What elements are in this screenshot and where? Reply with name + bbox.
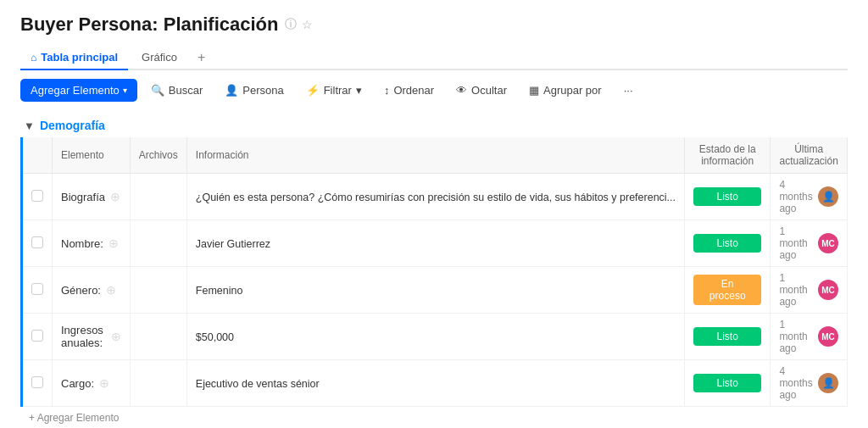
update-wrap: 1 month agoMC (779, 272, 838, 308)
info-text: $50,000 (196, 331, 234, 343)
cell-update: 4 months ago👤 (771, 174, 848, 220)
tab-chart[interactable]: Gráfico (131, 46, 187, 70)
add-element-label: Agregar Elemento (31, 84, 120, 97)
cell-update: 1 month agoMC (771, 267, 848, 314)
update-text: 1 month ago (779, 319, 813, 354)
status-badge[interactable]: Listo (693, 187, 761, 206)
update-text: 4 months ago (779, 179, 813, 214)
avatar: MC (818, 326, 838, 347)
cell-checkbox[interactable] (22, 314, 53, 360)
table-row: Nombre:⊕Javier GutierrezListo1 month ago… (22, 220, 848, 267)
tab-add-button[interactable]: + (191, 47, 212, 69)
update-wrap: 4 months ago👤 (779, 365, 838, 401)
order-button[interactable]: ↕ Ordenar (376, 80, 442, 101)
info-text: ¿Quién es esta persona? ¿Cómo resumirías… (196, 192, 676, 203)
order-icon: ↕ (384, 84, 390, 97)
add-icon[interactable]: ⊕ (99, 376, 109, 390)
status-badge[interactable]: Listo (693, 374, 761, 392)
tab-chart-label: Gráfico (142, 51, 177, 64)
order-label: Ordenar (393, 84, 434, 97)
th-status-demo: Estado de la información (685, 137, 771, 174)
update-text: 1 month ago (779, 225, 813, 261)
section-header-demografia: ▼ Demografía (20, 119, 848, 132)
cell-files (130, 220, 186, 267)
info-icon[interactable]: ⓘ (285, 17, 297, 32)
status-badge[interactable]: Listo (693, 327, 761, 346)
table-row: Género:⊕FemeninoEn proceso1 month agoMC (22, 267, 848, 314)
page-container: Buyer Persona: Planificación ⓘ ☆ ⌂ Tabla… (0, 0, 868, 428)
cell-element: Nombre:⊕ (53, 220, 131, 267)
cell-info: Ejecutivo de ventas sénior (186, 360, 684, 407)
element-name: Cargo: (61, 377, 94, 390)
header-icons: ⓘ ☆ (285, 17, 313, 32)
cell-info: $50,000 (186, 314, 684, 360)
more-button[interactable]: ··· (615, 80, 642, 101)
add-row-demografia[interactable]: + Agregar Elemento (20, 407, 848, 428)
add-icon[interactable]: ⊕ (110, 190, 120, 203)
element-wrap: Nombre:⊕ (61, 236, 121, 250)
page-title: Buyer Persona: Planificación (20, 14, 278, 36)
filter-button[interactable]: ⚡ Filtrar ▾ (298, 80, 370, 101)
table-row: Ingresos anuales:⊕$50,000Listo1 month ag… (22, 314, 848, 360)
cell-element: Biografía⊕ (53, 174, 131, 220)
toolbar: Agregar Elemento ▾ 🔍 Buscar 👤 Persona ⚡ … (20, 79, 848, 102)
avatar: MC (818, 280, 838, 300)
checkbox[interactable] (31, 283, 43, 295)
cell-update: 1 month agoMC (771, 314, 848, 360)
status-badge[interactable]: Listo (693, 234, 761, 253)
status-badge[interactable]: En proceso (693, 275, 761, 305)
cell-checkbox[interactable] (22, 360, 53, 407)
cell-info: Femenino (186, 267, 684, 314)
cell-element: Ingresos anuales:⊕ (53, 314, 131, 360)
page-header: Buyer Persona: Planificación ⓘ ☆ (20, 14, 848, 36)
persona-button[interactable]: 👤 Persona (216, 80, 292, 101)
home-icon: ⌂ (31, 52, 36, 64)
cell-checkbox[interactable] (22, 220, 53, 267)
group-label: Agrupar por (543, 84, 602, 97)
star-icon[interactable]: ☆ (302, 18, 313, 31)
cell-update: 1 month agoMC (771, 220, 848, 267)
cell-status: En proceso (685, 267, 771, 314)
info-text: Javier Gutierrez (196, 238, 270, 250)
add-icon[interactable]: ⊕ (111, 330, 121, 343)
element-wrap: Biografía⊕ (61, 190, 121, 203)
cell-checkbox[interactable] (22, 174, 53, 220)
group-button[interactable]: ▦ Agrupar por (520, 80, 610, 101)
avatar: 👤 (818, 373, 838, 393)
hide-icon: 👁 (456, 84, 467, 97)
avatar: 👤 (818, 186, 838, 207)
add-icon[interactable]: ⊕ (106, 283, 116, 297)
element-name: Biografía (61, 191, 105, 203)
tab-main-label: Tabla principal (41, 51, 118, 64)
cell-files (130, 267, 186, 314)
section-title-demografia: Demografía (40, 119, 105, 132)
checkbox[interactable] (31, 376, 43, 388)
tab-main[interactable]: ⌂ Tabla principal (20, 46, 128, 70)
checkbox[interactable] (31, 190, 43, 202)
element-name: Género: (61, 284, 101, 297)
info-text: Ejecutivo de ventas sénior (196, 378, 320, 390)
th-files-demo: Archivos (130, 137, 186, 174)
cell-element: Género:⊕ (53, 267, 131, 314)
table-row: Cargo:⊕Ejecutivo de ventas séniorListo4 … (22, 360, 848, 407)
checkbox[interactable] (31, 330, 43, 342)
cell-checkbox[interactable] (22, 267, 53, 314)
cell-update: 4 months ago👤 (771, 360, 848, 407)
update-wrap: 1 month agoMC (779, 225, 838, 261)
cell-status: Listo (685, 314, 771, 360)
checkbox[interactable] (31, 236, 43, 248)
add-element-button[interactable]: Agregar Elemento ▾ (20, 79, 137, 102)
th-update-demo: Última actualización (771, 137, 848, 174)
search-button[interactable]: 🔍 Buscar (142, 80, 211, 101)
table-demografia: Elemento Archivos Información Estado de … (20, 137, 848, 407)
section-toggle-demografia[interactable]: ▼ (24, 120, 35, 132)
add-icon[interactable]: ⊕ (108, 236, 119, 250)
element-name: Nombre: (61, 237, 103, 250)
hide-button[interactable]: 👁 Ocultar (448, 80, 515, 101)
cell-status: Listo (685, 174, 771, 220)
tabs-bar: ⌂ Tabla principal Gráfico + (20, 46, 848, 70)
filter-icon: ⚡ (306, 84, 320, 97)
cell-status: Listo (685, 220, 771, 267)
element-wrap: Ingresos anuales:⊕ (61, 324, 121, 349)
filter-arrow-icon: ▾ (356, 84, 362, 97)
